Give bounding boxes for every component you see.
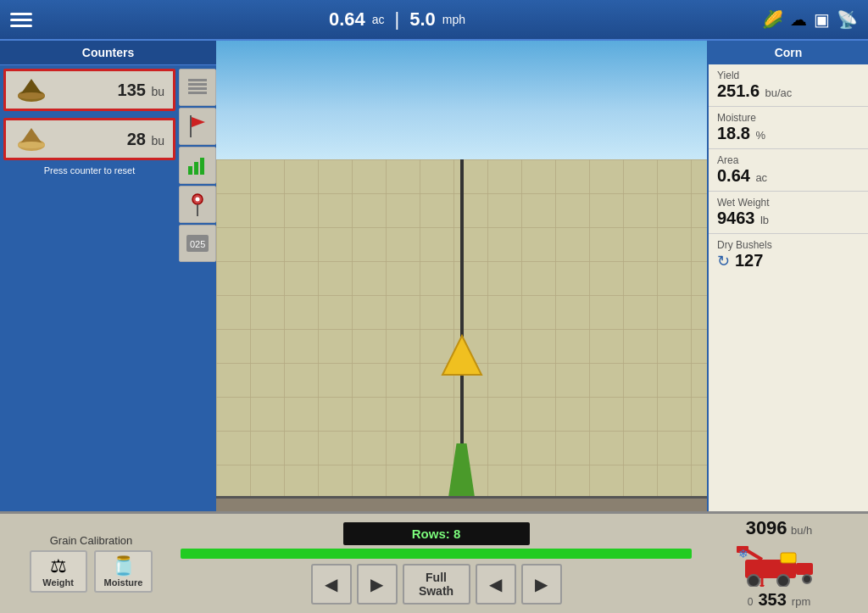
- wifi-icon[interactable]: 📡: [837, 9, 858, 30]
- counter-2-unit: bu: [151, 134, 164, 148]
- yield-label: Yield: [717, 70, 860, 81]
- dry-bushels-value: 127: [735, 251, 763, 270]
- area-stat-unit: ac: [755, 171, 767, 184]
- lines-icon-btn[interactable]: [179, 69, 216, 106]
- counters-section: 135 bu 28 bu: [0, 65, 179, 511]
- field-area: [216, 159, 707, 511]
- svg-marker-11: [192, 117, 205, 127]
- full-swath-label: FullSwath: [419, 571, 453, 598]
- moisture-label: Moisture: [717, 112, 860, 124]
- refresh-icon[interactable]: ↻: [717, 252, 730, 270]
- speed-value: 5.0: [409, 8, 436, 31]
- moisture-btn[interactable]: 🫙 Moisture: [94, 550, 153, 593]
- tool-icons-column: 025: [179, 65, 216, 511]
- crop-type-header: Corn: [709, 41, 868, 64]
- yield-unit: bu/ac: [765, 86, 793, 99]
- combine-machine-icon-area: ❄: [737, 543, 821, 587]
- weight-btn[interactable]: ⚖ Weight: [30, 550, 87, 593]
- counter-1[interactable]: 135 bu: [3, 69, 175, 111]
- grain-calibration-section: Grain Calibration ⚖ Weight 🫙 Moisture: [8, 534, 174, 593]
- counter-2-value: 28: [127, 130, 146, 148]
- top-bar-left: [10, 13, 32, 27]
- svg-point-24: [777, 575, 789, 587]
- svg-point-23: [748, 575, 760, 587]
- display-icon[interactable]: ▣: [814, 9, 830, 30]
- menu-button[interactable]: [10, 13, 32, 27]
- svg-rect-22: [796, 563, 813, 575]
- wet-weight-label: Wet Weight: [717, 197, 860, 209]
- speed-display-area: 0.64 ac | 5.0 mph: [329, 8, 465, 31]
- grain-cal-label: Grain Calibration: [50, 534, 133, 547]
- counter-1-value: 135: [118, 81, 146, 99]
- area-label: Area: [717, 154, 860, 166]
- weight-btn-label: Weight: [42, 577, 73, 588]
- nav-left-btn[interactable]: ◀: [476, 564, 516, 605]
- crop-icon[interactable]: 🌽: [762, 9, 783, 30]
- yield-value: 251.6: [717, 81, 760, 100]
- combine-position: [441, 334, 483, 380]
- rows-green-bar: [181, 549, 692, 559]
- svg-point-17: [196, 198, 200, 202]
- speed-divider: |: [395, 8, 400, 31]
- right-bottom-stats: 3096 bu/h ❄: [698, 517, 860, 610]
- counter-1-display: 135 bu: [118, 81, 164, 100]
- counter-2[interactable]: 28 bu: [3, 118, 175, 160]
- full-swath-btn[interactable]: FullSwath: [403, 564, 470, 605]
- buh-rate-value: 3096: [746, 517, 787, 538]
- svg-marker-20: [442, 336, 481, 375]
- svg-marker-31: [760, 585, 765, 587]
- grain-cal-buttons: ⚖ Weight 🫙 Moisture: [30, 550, 153, 593]
- flag-icon-btn[interactable]: [179, 108, 216, 145]
- area-stat-row: Area 0.64 ac: [709, 149, 868, 192]
- nav-right-btn[interactable]: ▶: [521, 564, 562, 605]
- area-value: 0.64: [329, 8, 365, 31]
- moisture-icon: 🫙: [112, 555, 135, 577]
- buh-rate-unit: bu/h: [791, 524, 812, 537]
- right-panel: Corn Yield 251.6 bu/ac Moisture 18.8 % A…: [707, 41, 868, 511]
- top-bar: 0.64 ac | 5.0 mph 🌽 ☁ ▣ 📡: [0, 0, 868, 41]
- svg-rect-7: [188, 83, 207, 86]
- weight-icon: ⚖: [50, 555, 67, 577]
- sky-area: [216, 41, 707, 159]
- area-stat-value: 0.64: [717, 166, 750, 185]
- pin-icon-btn[interactable]: [179, 186, 216, 223]
- counter-display-btn[interactable]: 025: [179, 225, 216, 262]
- rows-increase-right-btn[interactable]: ▶: [357, 564, 398, 605]
- main-content: Counters 135 bu: [0, 41, 868, 511]
- area-unit: ac: [372, 13, 385, 26]
- svg-rect-6: [188, 79, 207, 81]
- rows-decrease-left-btn[interactable]: ◀: [311, 564, 352, 605]
- svg-rect-10: [190, 115, 192, 137]
- center-field-view: [216, 41, 707, 511]
- left-panel: Counters 135 bu: [0, 41, 216, 511]
- svg-rect-8: [188, 87, 207, 90]
- left-panel-inner: 135 bu 28 bu: [0, 65, 216, 511]
- speed-unit: mph: [442, 13, 465, 26]
- rpm-display: 0 353 rpm: [748, 590, 810, 610]
- svg-rect-9: [188, 92, 207, 94]
- dry-bushels-label: Dry Bushels: [717, 239, 860, 251]
- svg-text:025: 025: [190, 239, 205, 249]
- svg-rect-13: [194, 162, 198, 175]
- svg-rect-12: [188, 166, 192, 175]
- counters-header: Counters: [0, 41, 216, 65]
- rpm-min-label: 0: [748, 596, 754, 608]
- svg-point-5: [18, 142, 45, 148]
- rpm-unit: rpm: [792, 595, 810, 608]
- rows-section: Rows: 8 ◀ ▶ FullSwath ◀ ▶: [181, 522, 692, 605]
- dry-bushels-inner: ↻ 127: [717, 251, 860, 270]
- svg-rect-14: [200, 158, 204, 175]
- cloud-icon[interactable]: ☁: [790, 9, 807, 30]
- wet-weight-value: 9463: [717, 209, 755, 227]
- wet-weight-stat-row: Wet Weight 9463 lb: [709, 192, 868, 234]
- moisture-value: 18.8: [717, 124, 750, 142]
- counter-2-display: 28 bu: [127, 130, 164, 149]
- moisture-unit: %: [755, 129, 765, 142]
- buh-rate-display: 3096 bu/h: [746, 517, 813, 539]
- svg-text:❄: ❄: [738, 547, 748, 560]
- chart-icon-btn[interactable]: [179, 147, 216, 184]
- svg-point-2: [18, 92, 45, 99]
- moisture-stat-row: Moisture 18.8 %: [709, 107, 868, 149]
- moisture-btn-label: Moisture: [104, 577, 143, 588]
- rpm-value: 353: [758, 590, 786, 610]
